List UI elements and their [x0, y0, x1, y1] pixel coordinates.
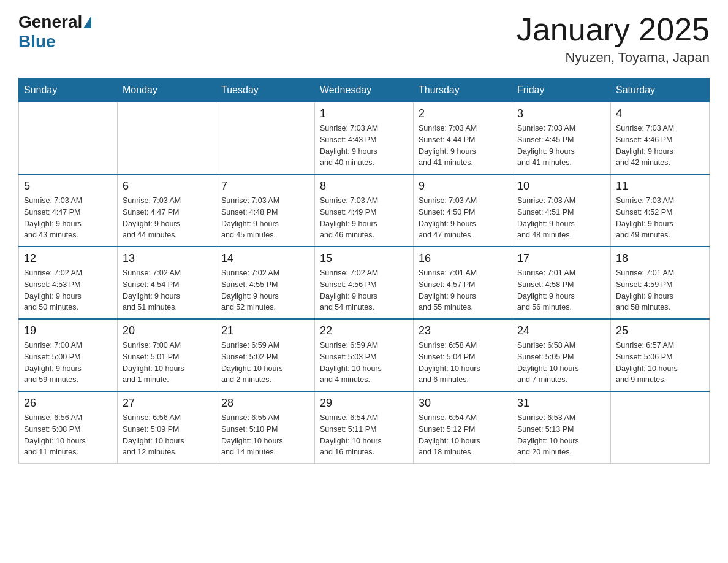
logo-blue-text: Blue	[18, 32, 56, 52]
day-info: Sunrise: 7:01 AM Sunset: 4:57 PM Dayligh…	[419, 267, 507, 313]
calendar-day-cell: 9Sunrise: 7:03 AM Sunset: 4:50 PM Daylig…	[414, 174, 512, 247]
day-info: Sunrise: 6:59 AM Sunset: 5:03 PM Dayligh…	[320, 340, 408, 386]
calendar-day-cell: 29Sunrise: 6:54 AM Sunset: 5:11 PM Dayli…	[315, 391, 414, 464]
day-number: 9	[419, 180, 507, 193]
calendar-day-cell: 11Sunrise: 7:03 AM Sunset: 4:52 PM Dayli…	[611, 174, 710, 247]
day-info: Sunrise: 7:03 AM Sunset: 4:50 PM Dayligh…	[419, 195, 507, 241]
calendar-day-cell: 3Sunrise: 7:03 AM Sunset: 4:45 PM Daylig…	[512, 102, 611, 175]
logo: General Blue	[18, 12, 91, 52]
day-of-week-header: Thursday	[414, 79, 512, 102]
calendar-day-cell: 21Sunrise: 6:59 AM Sunset: 5:02 PM Dayli…	[216, 319, 315, 391]
calendar-title: January 2025	[517, 12, 710, 47]
day-number: 1	[320, 107, 408, 120]
calendar-day-cell: 2Sunrise: 7:03 AM Sunset: 4:44 PM Daylig…	[414, 102, 512, 175]
day-number: 14	[221, 252, 309, 265]
day-info: Sunrise: 7:03 AM Sunset: 4:47 PM Dayligh…	[123, 195, 211, 241]
day-info: Sunrise: 6:56 AM Sunset: 5:08 PM Dayligh…	[24, 412, 112, 458]
day-info: Sunrise: 7:03 AM Sunset: 4:49 PM Dayligh…	[320, 195, 408, 241]
calendar-day-cell: 12Sunrise: 7:02 AM Sunset: 4:53 PM Dayli…	[19, 247, 118, 319]
day-number: 29	[320, 397, 408, 410]
calendar-day-cell: 8Sunrise: 7:03 AM Sunset: 4:49 PM Daylig…	[315, 174, 414, 247]
day-info: Sunrise: 7:01 AM Sunset: 4:59 PM Dayligh…	[616, 267, 704, 313]
day-of-week-header: Wednesday	[315, 79, 414, 102]
day-info: Sunrise: 6:55 AM Sunset: 5:10 PM Dayligh…	[221, 412, 309, 458]
day-number: 21	[221, 324, 309, 337]
day-info: Sunrise: 7:02 AM Sunset: 4:56 PM Dayligh…	[320, 267, 408, 313]
day-number: 30	[419, 397, 507, 410]
day-number: 12	[24, 252, 112, 265]
day-info: Sunrise: 6:54 AM Sunset: 5:11 PM Dayligh…	[320, 412, 408, 458]
calendar-day-cell: 24Sunrise: 6:58 AM Sunset: 5:05 PM Dayli…	[512, 319, 611, 391]
day-number: 28	[221, 397, 309, 410]
day-info: Sunrise: 7:03 AM Sunset: 4:46 PM Dayligh…	[616, 123, 704, 169]
calendar-week-row: 1Sunrise: 7:03 AM Sunset: 4:43 PM Daylig…	[19, 102, 710, 175]
calendar-day-cell: 31Sunrise: 6:53 AM Sunset: 5:13 PM Dayli…	[512, 391, 611, 464]
day-of-week-header: Monday	[118, 79, 216, 102]
day-number: 6	[123, 180, 211, 193]
page-header: General Blue January 2025 Nyuzen, Toyama…	[18, 12, 710, 66]
day-number: 2	[419, 107, 507, 120]
day-info: Sunrise: 7:03 AM Sunset: 4:48 PM Dayligh…	[221, 195, 309, 241]
day-info: Sunrise: 7:01 AM Sunset: 4:58 PM Dayligh…	[517, 267, 605, 313]
day-of-week-header: Saturday	[611, 79, 710, 102]
day-of-week-header: Tuesday	[216, 79, 315, 102]
calendar-day-cell: 27Sunrise: 6:56 AM Sunset: 5:09 PM Dayli…	[118, 391, 216, 464]
calendar-subtitle: Nyuzen, Toyama, Japan	[517, 50, 710, 66]
day-info: Sunrise: 6:56 AM Sunset: 5:09 PM Dayligh…	[123, 412, 211, 458]
calendar-day-cell: 4Sunrise: 7:03 AM Sunset: 4:46 PM Daylig…	[611, 102, 710, 175]
day-info: Sunrise: 7:02 AM Sunset: 4:53 PM Dayligh…	[24, 267, 112, 313]
day-number: 22	[320, 324, 408, 337]
day-number: 18	[616, 252, 704, 265]
day-number: 4	[616, 107, 704, 120]
days-header-row: SundayMondayTuesdayWednesdayThursdayFrid…	[19, 79, 710, 102]
day-number: 24	[517, 324, 605, 337]
day-number: 20	[123, 324, 211, 337]
day-info: Sunrise: 6:57 AM Sunset: 5:06 PM Dayligh…	[616, 340, 704, 386]
calendar-day-cell: 23Sunrise: 6:58 AM Sunset: 5:04 PM Dayli…	[414, 319, 512, 391]
day-info: Sunrise: 7:03 AM Sunset: 4:51 PM Dayligh…	[517, 195, 605, 241]
calendar-empty-cell	[611, 391, 710, 464]
day-number: 5	[24, 180, 112, 193]
calendar-empty-cell	[19, 102, 118, 175]
title-section: January 2025 Nyuzen, Toyama, Japan	[517, 12, 710, 66]
day-number: 13	[123, 252, 211, 265]
calendar-week-row: 26Sunrise: 6:56 AM Sunset: 5:08 PM Dayli…	[19, 391, 710, 464]
day-of-week-header: Sunday	[19, 79, 118, 102]
day-number: 23	[419, 324, 507, 337]
calendar-day-cell: 7Sunrise: 7:03 AM Sunset: 4:48 PM Daylig…	[216, 174, 315, 247]
calendar-day-cell: 19Sunrise: 7:00 AM Sunset: 5:00 PM Dayli…	[19, 319, 118, 391]
day-info: Sunrise: 6:54 AM Sunset: 5:12 PM Dayligh…	[419, 412, 507, 458]
day-number: 8	[320, 180, 408, 193]
day-number: 31	[517, 397, 605, 410]
day-info: Sunrise: 6:59 AM Sunset: 5:02 PM Dayligh…	[221, 340, 309, 386]
day-info: Sunrise: 7:00 AM Sunset: 5:01 PM Dayligh…	[123, 340, 211, 386]
day-info: Sunrise: 7:03 AM Sunset: 4:43 PM Dayligh…	[320, 123, 408, 169]
calendar-day-cell: 17Sunrise: 7:01 AM Sunset: 4:58 PM Dayli…	[512, 247, 611, 319]
day-number: 27	[123, 397, 211, 410]
day-number: 10	[517, 180, 605, 193]
day-info: Sunrise: 7:02 AM Sunset: 4:54 PM Dayligh…	[123, 267, 211, 313]
calendar-day-cell: 16Sunrise: 7:01 AM Sunset: 4:57 PM Dayli…	[414, 247, 512, 319]
day-info: Sunrise: 6:53 AM Sunset: 5:13 PM Dayligh…	[517, 412, 605, 458]
calendar-day-cell: 14Sunrise: 7:02 AM Sunset: 4:55 PM Dayli…	[216, 247, 315, 319]
logo-general-text: General	[18, 12, 82, 32]
day-info: Sunrise: 7:03 AM Sunset: 4:52 PM Dayligh…	[616, 195, 704, 241]
day-of-week-header: Friday	[512, 79, 611, 102]
calendar-day-cell: 28Sunrise: 6:55 AM Sunset: 5:10 PM Dayli…	[216, 391, 315, 464]
day-info: Sunrise: 7:03 AM Sunset: 4:47 PM Dayligh…	[24, 195, 112, 241]
calendar-day-cell: 22Sunrise: 6:59 AM Sunset: 5:03 PM Dayli…	[315, 319, 414, 391]
day-number: 19	[24, 324, 112, 337]
day-info: Sunrise: 6:58 AM Sunset: 5:04 PM Dayligh…	[419, 340, 507, 386]
calendar-day-cell: 13Sunrise: 7:02 AM Sunset: 4:54 PM Dayli…	[118, 247, 216, 319]
day-info: Sunrise: 7:03 AM Sunset: 4:45 PM Dayligh…	[517, 123, 605, 169]
calendar-day-cell: 20Sunrise: 7:00 AM Sunset: 5:01 PM Dayli…	[118, 319, 216, 391]
calendar-week-row: 12Sunrise: 7:02 AM Sunset: 4:53 PM Dayli…	[19, 247, 710, 319]
day-info: Sunrise: 7:02 AM Sunset: 4:55 PM Dayligh…	[221, 267, 309, 313]
calendar-empty-cell	[118, 102, 216, 175]
calendar-day-cell: 15Sunrise: 7:02 AM Sunset: 4:56 PM Dayli…	[315, 247, 414, 319]
day-number: 7	[221, 180, 309, 193]
day-number: 16	[419, 252, 507, 265]
day-number: 15	[320, 252, 408, 265]
calendar-day-cell: 30Sunrise: 6:54 AM Sunset: 5:12 PM Dayli…	[414, 391, 512, 464]
calendar-day-cell: 6Sunrise: 7:03 AM Sunset: 4:47 PM Daylig…	[118, 174, 216, 247]
